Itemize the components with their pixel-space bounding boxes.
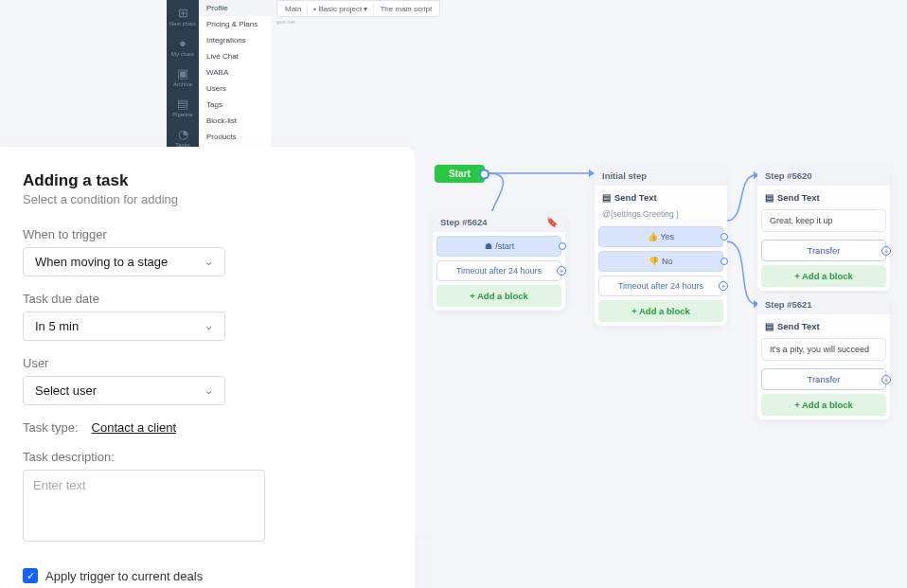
node-step-5624[interactable]: Step #5624 🔖 ☗ /start Timeout after 24 h… bbox=[433, 211, 565, 311]
breadcrumb: Main ▪ Basic project ▾ The main script bbox=[276, 0, 440, 17]
menu-item-integrations[interactable]: Integrations bbox=[199, 32, 271, 48]
chevron-down-icon: ⌄ bbox=[205, 320, 213, 332]
thumbs-up-icon: 👍 bbox=[648, 232, 658, 241]
plus-square-icon: ⊞ bbox=[167, 6, 199, 20]
check-icon: ✓ bbox=[27, 570, 35, 582]
menu-item-live-chat[interactable]: Live Chat bbox=[199, 48, 271, 64]
tasks-icon: ◔ bbox=[167, 127, 199, 141]
menu-item-waba[interactable]: WABA bbox=[199, 64, 271, 80]
node-title: Initial step bbox=[602, 170, 647, 181]
due-select[interactable]: In 5 min ⌄ bbox=[23, 312, 225, 341]
user-select[interactable]: Select user ⌄ bbox=[23, 376, 225, 405]
menu-item-block-list[interactable]: Block-list bbox=[199, 113, 271, 129]
breadcrumb-script[interactable]: The main script bbox=[374, 3, 437, 15]
node-initial-step[interactable]: Initial step ▤ Send Text @{settings.Gree… bbox=[595, 165, 727, 326]
add-block-button[interactable]: + Add a block bbox=[761, 265, 886, 287]
output-port[interactable] bbox=[720, 258, 728, 265]
menu-item-tags[interactable]: Tags bbox=[199, 97, 271, 113]
no-block[interactable]: 👎 No bbox=[598, 251, 723, 272]
panel-subtitle: Select a condition for adding bbox=[23, 192, 392, 206]
node-step-5620[interactable]: Step #5620 ▤ Send Text Great, keep it up… bbox=[757, 165, 890, 291]
sidebar-item-new-chats[interactable]: ⊞ New chats bbox=[167, 2, 199, 32]
bookmark-icon[interactable]: 🔖 bbox=[546, 217, 558, 227]
user-label: User bbox=[23, 356, 392, 370]
node-title: Step #5620 bbox=[765, 170, 812, 181]
menu-item-pricing[interactable]: Pricing & Plans bbox=[199, 16, 271, 32]
add-task-panel: Adding a task Select a condition for add… bbox=[0, 147, 415, 588]
app-icon-sidebar: ⊞ New chats ● My chats ▣ Archive ▤ Pipel… bbox=[167, 0, 199, 147]
apply-trigger-checkbox[interactable]: ✓ bbox=[23, 568, 38, 583]
start-node[interactable]: Start bbox=[435, 165, 485, 183]
output-port[interactable] bbox=[720, 233, 728, 241]
pipeline-icon: ▤ bbox=[167, 97, 199, 111]
yes-block[interactable]: 👍 Yes bbox=[598, 226, 723, 247]
greeting-expression: @{settings.Greeting } bbox=[598, 209, 723, 223]
trigger-select[interactable]: When moving to a stage ⌄ bbox=[23, 247, 225, 276]
add-block-button[interactable]: + Add a block bbox=[598, 300, 723, 322]
chevron-down-icon: ▾ bbox=[364, 5, 367, 13]
add-block-button[interactable]: + Add a block bbox=[436, 285, 561, 307]
settings-menu: Profile Pricing & Plans Integrations Liv… bbox=[199, 0, 271, 147]
timeout-block[interactable]: Timeout after 24 hours + bbox=[598, 276, 723, 296]
send-text-header: ▤ Send Text bbox=[761, 189, 886, 205]
archive-icon: ▣ bbox=[167, 66, 199, 80]
send-text-header: ▤ Send Text bbox=[598, 189, 723, 205]
sidebar-item-archive[interactable]: ▣ Archive bbox=[167, 62, 199, 93]
task-type-link[interactable]: Contact a client bbox=[92, 420, 177, 435]
send-text-header: ▤ Send Text bbox=[761, 318, 886, 334]
breadcrumb-project[interactable]: ▪ Basic project ▾ bbox=[308, 3, 374, 15]
timeout-block[interactable]: Timeout after 24 hours + bbox=[436, 260, 561, 281]
node-title: Step #5621 bbox=[765, 299, 812, 310]
menu-item-profile[interactable]: Profile bbox=[199, 0, 271, 16]
message-icon: ▤ bbox=[765, 321, 774, 331]
add-port-icon[interactable]: + bbox=[881, 246, 891, 256]
menu-item-users[interactable]: Users bbox=[199, 80, 271, 97]
message-content: Great, keep it up bbox=[761, 209, 886, 232]
sidebar-item-my-chats[interactable]: ● My chats bbox=[167, 32, 199, 62]
flow-canvas[interactable]: Start Step #5624 🔖 ☗ /start Timeout afte… bbox=[415, 147, 907, 535]
output-port[interactable] bbox=[559, 242, 566, 250]
description-input[interactable] bbox=[23, 470, 265, 542]
message-icon: ▤ bbox=[602, 192, 611, 203]
task-type-label: Task type: bbox=[23, 420, 79, 435]
chevron-down-icon: ⌄ bbox=[205, 256, 213, 268]
sidebar-item-pipeline[interactable]: ▤ Pipeline bbox=[167, 93, 199, 123]
add-port-icon[interactable]: + bbox=[881, 375, 891, 384]
breadcrumb-main[interactable]: Main bbox=[279, 3, 308, 15]
message-icon: ▤ bbox=[765, 192, 774, 203]
slash-icon: ☗ bbox=[484, 241, 493, 251]
node-title: Step #5624 bbox=[440, 217, 488, 227]
transfer-block[interactable]: Transfer + bbox=[761, 368, 886, 390]
panel-title: Adding a task bbox=[23, 171, 392, 190]
apply-trigger-label: Apply trigger to current deals bbox=[45, 569, 203, 583]
thumbs-down-icon: 👎 bbox=[649, 257, 659, 266]
menu-item-products[interactable]: Products bbox=[199, 129, 271, 145]
add-block-button[interactable]: + Add a block bbox=[761, 394, 886, 416]
transfer-block[interactable]: Transfer + bbox=[761, 240, 886, 261]
add-port-icon[interactable]: + bbox=[557, 266, 566, 276]
folder-icon: ▪ bbox=[313, 5, 316, 13]
node-step-5621[interactable]: Step #5621 ▤ Send Text It's a pity, you … bbox=[757, 294, 890, 419]
command-block[interactable]: ☗ /start bbox=[436, 236, 561, 257]
description-label: Task description: bbox=[23, 450, 392, 464]
add-port-icon[interactable]: + bbox=[719, 281, 728, 291]
domain-label: gse.net bbox=[276, 19, 295, 25]
chevron-down-icon: ⌄ bbox=[205, 384, 213, 397]
due-label: Task due date bbox=[23, 292, 392, 306]
chat-icon: ● bbox=[167, 36, 199, 50]
trigger-label: When to trigger bbox=[23, 227, 392, 241]
message-content: It's a pity, you will succeed bbox=[761, 338, 886, 361]
